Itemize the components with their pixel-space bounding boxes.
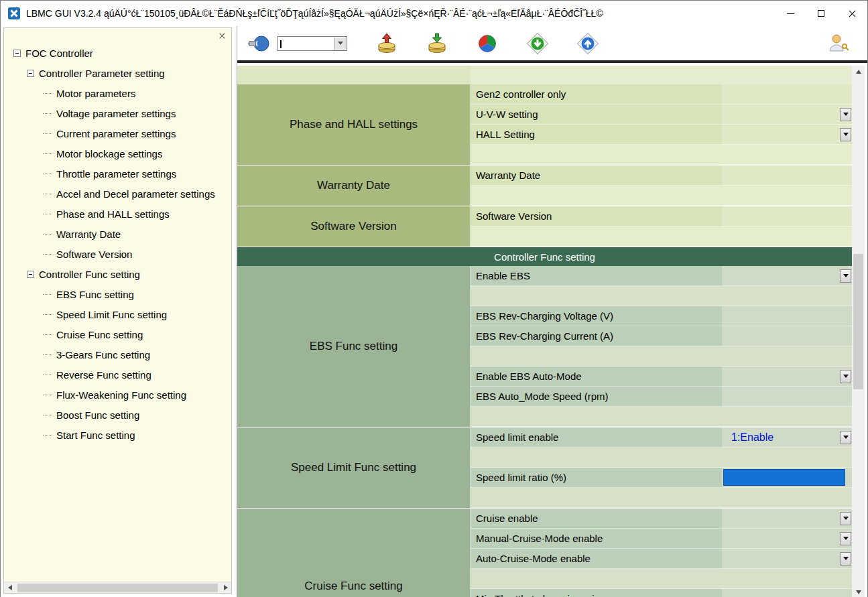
tree-node-label: Controller Parameter setting [39, 68, 165, 79]
tree-connector [43, 174, 52, 174]
param-name [471, 569, 722, 589]
scrollbar-thumb[interactable] [17, 584, 218, 592]
tree-connector [43, 395, 52, 395]
tree-connector [43, 194, 52, 194]
combobox-dropdown-button[interactable] [334, 38, 346, 50]
minimize-button[interactable] [775, 1, 806, 26]
parameter-row [471, 346, 852, 367]
tree-node[interactable]: Voltage parameter settings [4, 103, 231, 123]
close-button[interactable] [836, 1, 867, 26]
tree-node-label: Current parameter settings [56, 128, 176, 139]
param-value-cell[interactable] [722, 509, 852, 529]
connect-icon[interactable] [248, 32, 271, 55]
param-name: Speed limit ratio (%) [471, 468, 722, 488]
value-input-selected[interactable] [723, 469, 845, 486]
vertical-scrollbar[interactable] [852, 66, 865, 597]
dropdown-button[interactable] [840, 269, 851, 283]
collapse-minus-icon[interactable] [13, 50, 21, 57]
scrollbar-thumb[interactable] [853, 254, 863, 389]
horizontal-scrollbar[interactable] [4, 582, 231, 593]
scroll-up-icon[interactable] [852, 66, 865, 77]
app-icon [7, 7, 21, 20]
parameter-section: Warranty DateWarranty Date [237, 165, 852, 206]
tree-node[interactable]: Controller Parameter setting [4, 63, 231, 83]
tree-node[interactable]: Cruise Func setting [4, 324, 231, 344]
save-to-file-icon[interactable] [426, 32, 448, 55]
parameter-row [471, 407, 852, 427]
param-value-cell[interactable] [722, 125, 852, 145]
tree-node[interactable]: Software Version [4, 244, 231, 264]
dropdown-button[interactable] [840, 512, 851, 525]
tree-node[interactable]: Flux-Weakening Func setting [4, 385, 231, 405]
param-name [471, 488, 722, 508]
tree-node[interactable]: Start Func setting [4, 425, 231, 445]
tree-node-label: 3-Gears Func setting [56, 349, 150, 360]
parameter-row [471, 286, 852, 306]
tree-node-label: Reverse Func setting [56, 369, 151, 381]
maximize-button[interactable] [806, 1, 836, 26]
tree-node[interactable]: EBS Func setting [4, 284, 231, 304]
parameter-section: Cruise Func settingCruise enableManual-C… [237, 509, 852, 597]
tree-node-label: EBS Func setting [56, 289, 134, 300]
user-login-icon[interactable] [827, 32, 850, 55]
parameter-row: EBS Rev-Charging Current (A) [471, 326, 852, 346]
scroll-right-icon[interactable] [220, 582, 231, 594]
param-value-cell[interactable] [722, 367, 852, 387]
tree-node[interactable]: Phase and HALL settings [4, 204, 231, 224]
param-name: Software Version [471, 206, 722, 226]
param-name: U-V-W setting [471, 105, 722, 125]
tree-node[interactable]: Motor blockage settings [4, 143, 231, 163]
param-value-cell [722, 286, 852, 306]
param-value-cell[interactable] [722, 105, 852, 125]
load-from-file-icon[interactable] [375, 32, 398, 55]
tree-connector [43, 294, 52, 295]
param-value-cell[interactable] [722, 468, 852, 488]
param-name: Cruise enable [471, 509, 722, 529]
default-params-icon[interactable] [476, 32, 499, 55]
parameter-row: Cruise enable [471, 509, 852, 529]
tree-node[interactable]: Accel and Decel parameter settings [4, 184, 231, 204]
scroll-left-icon[interactable] [4, 582, 15, 594]
tree-node[interactable]: FOC Controller [4, 43, 231, 63]
write-to-controller-icon[interactable] [576, 32, 599, 55]
tree-node[interactable]: Reverse Func setting [4, 364, 231, 385]
dropdown-button[interactable] [840, 532, 851, 545]
param-name: Enable EBS Auto-Mode [471, 367, 722, 387]
tree-node-label: Speed Limit Func setting [56, 309, 167, 320]
param-value-cell[interactable] [722, 529, 852, 549]
dropdown-button[interactable] [840, 128, 851, 141]
tree-node[interactable]: Warranty Date [4, 224, 231, 244]
tree-node-label: Start Func setting [56, 429, 135, 441]
param-value-cell[interactable] [722, 266, 852, 286]
device-combobox[interactable] [277, 36, 347, 51]
dropdown-button[interactable] [840, 108, 851, 121]
panel-close-icon[interactable] [218, 31, 227, 40]
tree-node[interactable]: Speed Limit Func setting [4, 304, 231, 324]
titlebar[interactable]: LBMC GUI V3.2.4 ąúÄÚ°ćŁ¨150105¸üĐÂŁ©Ł¨Ěá… [1, 1, 867, 26]
tree-connector [43, 113, 52, 114]
grid-area: Phase and HALL settingsGen2 controller o… [237, 66, 865, 597]
param-value-cell[interactable] [722, 549, 852, 569]
section-label: Phase and HALL settings [237, 84, 471, 165]
tree-node-label: Phase and HALL settings [56, 208, 170, 220]
tree-node[interactable]: Boost Func setting [4, 405, 231, 425]
scroll-down-icon[interactable] [852, 586, 865, 597]
tree-connector [43, 133, 52, 134]
collapse-minus-icon[interactable] [27, 271, 34, 278]
tree-node[interactable]: Motor parameters [4, 83, 231, 103]
tree-node[interactable]: 3-Gears Func setting [4, 344, 231, 364]
collapse-minus-icon[interactable] [27, 70, 34, 77]
chevron-down-icon [843, 375, 849, 378]
dropdown-button[interactable] [840, 370, 851, 383]
dropdown-button[interactable] [840, 431, 851, 444]
combobox-input[interactable] [281, 38, 333, 50]
section-label: Speed Limit Func setting [237, 427, 471, 508]
tree-node[interactable]: Controller Func setting [4, 264, 231, 284]
param-value-cell[interactable]: 1:Enable [722, 427, 852, 448]
tree-node[interactable]: Current parameter settings [4, 123, 231, 143]
param-value-cell [722, 448, 852, 468]
section-label: Software Version [237, 206, 471, 247]
tree-node[interactable]: Throttle parameter settings [4, 163, 231, 184]
read-from-controller-icon[interactable] [526, 32, 549, 55]
dropdown-button[interactable] [840, 552, 851, 566]
